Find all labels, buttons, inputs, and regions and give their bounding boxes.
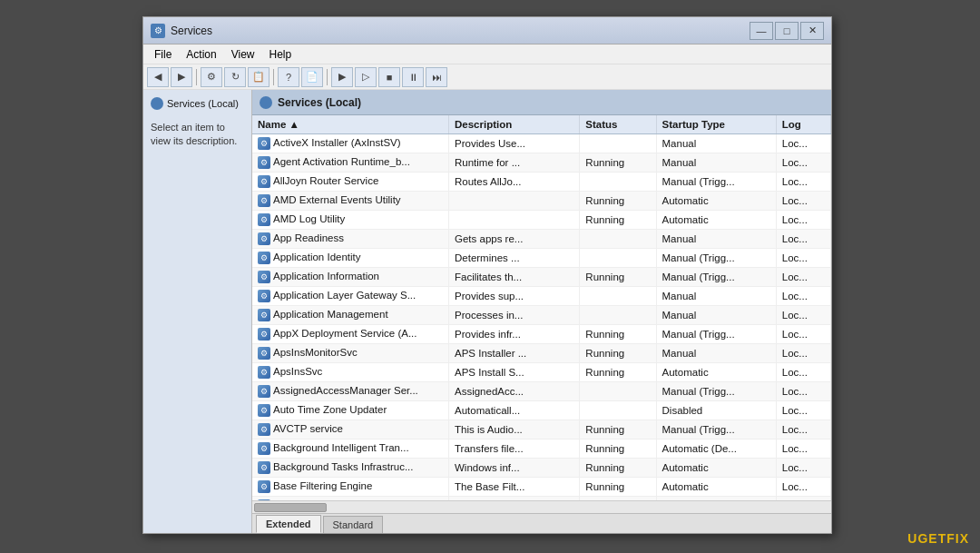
table-row[interactable]: AMD Log UtilityRunningAutomaticLoc... [252,211,831,230]
properties-button[interactable]: 📄 [301,67,323,87]
col-header-status[interactable]: Status [580,115,656,134]
forward-button[interactable]: ▶ [171,67,192,87]
services-local-icon [151,97,163,110]
table-row[interactable]: Base Filtering EngineThe Base Filt...Run… [252,478,831,497]
table-row[interactable]: Application Layer Gateway S...Provides s… [252,287,831,306]
service-name-cell: Application Information [252,268,449,287]
table-row[interactable]: Application IdentityDetermines ...Manual… [252,249,831,268]
table-row[interactable]: Application InformationFacilitates th...… [252,268,831,287]
col-header-name[interactable]: Name ▲ [252,115,449,134]
service-logon-cell: Loc... [776,478,830,497]
table-row[interactable]: Agent Activation Runtime_b...Runtime for… [252,153,831,173]
horizontal-scrollbar[interactable] [252,500,831,513]
service-desc-cell: Gets apps re... [449,230,580,249]
col-header-logon[interactable]: Log [776,115,830,134]
service-desc-cell: Processes in... [449,306,580,325]
menu-view[interactable]: View [224,46,262,63]
menu-help[interactable]: Help [262,46,299,63]
table-row[interactable]: AppX Deployment Service (A...Provides in… [252,325,831,344]
service-startup-cell: Manual (Trigg... [656,268,776,287]
service-status-cell: Running [580,459,656,478]
table-row[interactable]: Auto Time Zone UpdaterAutomaticall...Dis… [252,401,831,420]
pause-button[interactable]: ⏸ [402,67,424,87]
start2-button[interactable]: ▷ [355,67,377,87]
service-startup-cell: Manual (Trigg... [656,173,776,192]
minimize-button[interactable]: — [750,22,773,40]
service-startup-cell: Automatic [656,478,776,497]
service-icon [258,137,270,150]
service-logon-cell: Loc... [776,325,830,344]
table-row[interactable]: App ReadinessGets apps re...ManualLoc... [252,230,831,249]
restart-button[interactable]: ⏭ [426,67,447,87]
services-table-container[interactable]: Name ▲ Description Status Startup Type L… [252,115,831,500]
scrollbar-thumb[interactable] [254,503,327,512]
refresh-button[interactable]: ↻ [224,67,246,87]
service-startup-cell: Disabled [656,401,776,420]
service-name-cell: Auto Time Zone Updater [252,401,449,420]
tab-standard[interactable]: Standard [323,516,384,533]
panel-header-title: Services (Local) [278,96,361,109]
service-status-cell [580,134,656,153]
service-startup-cell: Manual [656,306,776,325]
col-header-description[interactable]: Description [449,115,580,134]
service-logon-cell: Loc... [776,268,830,287]
table-row[interactable]: ActiveX Installer (AxInstSV)Provides Use… [252,134,831,153]
table-row[interactable]: AVCTP serviceThis is Audio...RunningManu… [252,420,831,439]
tab-extended[interactable]: Extended [256,515,321,533]
service-logon-cell: Loc... [776,401,830,420]
table-row[interactable]: AllJoyn Router ServiceRoutes AllJo...Man… [252,173,831,192]
service-name-cell: Application Layer Gateway S... [252,287,449,306]
service-logon-cell: Loc... [776,344,830,363]
watermark: UGETFIX [907,531,969,546]
right-panel: Services (Local) Name ▲ Description Stat… [252,90,831,533]
close-button[interactable]: ✕ [800,22,824,40]
left-panel-services-local[interactable]: Services (Local) [143,94,251,114]
service-startup-cell: Automatic [656,363,776,382]
service-icon [258,385,270,398]
service-icon [258,175,270,188]
left-panel: Services (Local) Select an item to view … [143,90,252,533]
table-row[interactable]: AssignedAccessManager Ser...AssignedAcc.… [252,382,831,401]
service-status-cell [580,249,656,268]
menu-bar: File Action View Help [143,44,831,64]
service-icon [258,347,270,360]
service-logon-cell: Loc... [776,382,830,401]
service-logon-cell: Loc... [776,439,830,459]
service-name-cell: AMD Log Utility [252,211,449,230]
table-row[interactable]: Application ManagementProcesses in...Man… [252,306,831,325]
service-status-cell: Running [580,192,656,211]
service-desc-cell: Automaticall... [449,401,580,420]
service-desc-cell: Windows inf... [449,459,580,478]
start-button[interactable]: ▶ [331,67,353,87]
service-icon [258,366,270,379]
back-button[interactable]: ◀ [147,67,169,87]
table-row[interactable]: ApsInsSvcAPS Install S...RunningAutomati… [252,363,831,382]
service-logon-cell: Loc... [776,363,830,382]
menu-action[interactable]: Action [179,46,223,63]
service-logon-cell: Loc... [776,192,830,211]
service-startup-cell: Manual (Trigg... [656,325,776,344]
export-button[interactable]: 📋 [248,67,270,87]
table-row[interactable]: AMD External Events UtilityRunningAutoma… [252,192,831,211]
toolbar-separator-1 [196,69,197,85]
service-startup-cell: Automatic (De... [656,439,776,459]
stop-button[interactable]: ■ [378,67,400,87]
service-desc-cell: AssignedAcc... [449,382,580,401]
col-header-startup[interactable]: Startup Type [656,115,776,134]
service-name-cell: Application Identity [252,249,449,268]
service-startup-cell: Manual [656,153,776,173]
service-startup-cell: Manual (Trigg... [656,420,776,439]
service-name-cell: Background Intelligent Tran... [252,439,449,459]
service-desc-cell [449,211,580,230]
menu-file[interactable]: File [147,46,179,63]
table-row[interactable]: Background Tasks Infrastruc...Windows in… [252,459,831,478]
table-row[interactable]: ApsInsMonitorSvcAPS Installer ...Running… [252,344,831,363]
service-desc-cell: The Base Filt... [449,478,580,497]
maximize-button[interactable]: □ [775,22,799,40]
services-button[interactable]: ⚙ [201,67,222,87]
service-name-cell: AllJoyn Router Service [252,173,449,192]
help-button[interactable]: ? [278,67,299,87]
service-status-cell [580,382,656,401]
table-row[interactable]: Background Intelligent Tran...Transfers … [252,439,831,459]
service-logon-cell: Loc... [776,459,830,478]
